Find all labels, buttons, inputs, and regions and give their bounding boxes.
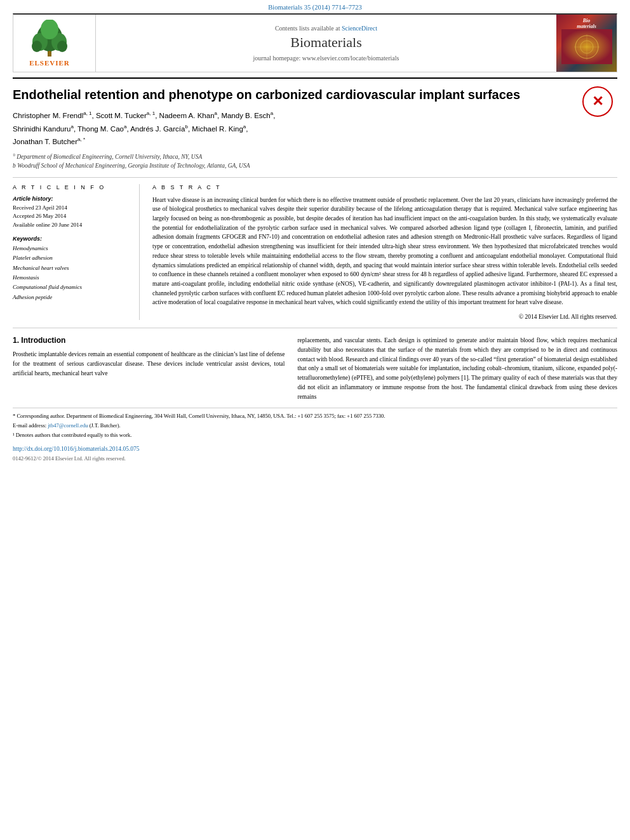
svg-rect-8: [48, 54, 51, 57]
journal-title: Biomaterials: [290, 34, 361, 51]
available-date: Available online 20 June 2014: [13, 221, 130, 230]
author-khan: Nadeem A. Khan: [159, 112, 215, 119]
affil-b: b Woodruff School of Mechanical Engineer…: [13, 161, 617, 170]
author-tucker: Scott M. Tucker: [96, 112, 147, 119]
journal-header: ELSEVIER Contents lists available at Sci…: [13, 13, 617, 72]
keyword-2: Platelet adhesion: [13, 253, 130, 263]
keyword-4: Hemostasis: [13, 273, 130, 283]
article-info-column: A R T I C L E I N F O Article history: R…: [13, 184, 140, 321]
article-info-abstract-section: A R T I C L E I N F O Article history: R…: [13, 184, 617, 329]
keywords-section: Keywords: Hemodynamics Platelet adhesion…: [13, 236, 130, 302]
article-title: Endothelial retention and phenotype on c…: [13, 86, 617, 103]
author-cao: Thong M. Cao: [77, 125, 124, 133]
crossmark-symbol: ✕: [592, 93, 603, 111]
cover-title-text: Biomaterials: [577, 18, 596, 29]
abstract-column: A B S T R A C T Heart valve disease is a…: [152, 184, 617, 321]
footnote-email: E-mail address: jtb47@cornell.edu (J.T. …: [13, 422, 617, 430]
author-garcia: Andrés J. García: [130, 125, 185, 133]
journal-reference-bar: Biomaterials 35 (2014) 7714–7723: [0, 0, 630, 13]
history-label: Article history:: [13, 196, 130, 202]
footnotes-section: * Corresponding author. Department of Bi…: [13, 408, 617, 439]
svg-point-6: [57, 41, 67, 52]
author-king: Michael R. King: [192, 125, 243, 133]
doi-link[interactable]: http://dx.doi.org/10.1016/j.biomaterials…: [13, 446, 140, 452]
elsevier-logo: ELSEVIER: [21, 20, 78, 67]
keyword-1: Hemodynamics: [13, 244, 130, 253]
keyword-3: Mechanical heart valves: [13, 263, 130, 273]
journal-homepage: journal homepage: www.elsevier.com/locat…: [253, 55, 399, 62]
article-info-header: A R T I C L E I N F O: [13, 184, 130, 190]
journal-ref-text: Biomaterials 35 (2014) 7714–7723: [268, 4, 361, 11]
crossmark-icon: ✕: [582, 86, 613, 117]
crossmark-badge[interactable]: ✕: [582, 86, 617, 121]
publisher-logo-area: ELSEVIER: [13, 15, 96, 72]
affiliations: ° Department of Biomedical Engineering, …: [13, 152, 617, 171]
science-direct-link[interactable]: ScienceDirect: [342, 25, 377, 32]
doi-section: http://dx.doi.org/10.1016/j.biomaterials…: [13, 444, 617, 463]
keyword-6: Adhesion peptide: [13, 293, 130, 302]
contents-line: Contents lists available at ScienceDirec…: [275, 25, 377, 32]
footnote-corresponding: * Corresponding author. Department of Bi…: [13, 412, 617, 420]
journal-cover-image: Biomaterials: [556, 15, 617, 72]
keyword-5: Computational fluid dynamics: [13, 283, 130, 292]
article-title-section: Endothelial retention and phenotype on c…: [13, 86, 617, 178]
introduction-section: 1. Introduction Prosthetic implantable d…: [13, 336, 617, 401]
email-link[interactable]: jtb47@cornell.edu: [48, 422, 88, 429]
elsevier-text: ELSEVIER: [29, 59, 70, 67]
header-divider: [13, 77, 617, 79]
footnote-equal-contrib: ¹ Denotes authors that contributed equal…: [13, 431, 617, 439]
intro-section-title: 1. Introduction: [13, 336, 285, 345]
abstract-header: A B S T R A C T: [152, 184, 617, 190]
copyright-line: © 2014 Elsevier Ltd. All rights reserved…: [152, 314, 617, 320]
cover-thumbnail: Biomaterials: [556, 15, 617, 72]
svg-point-4: [41, 20, 58, 39]
intro-right-text: replacements, and vascular stents. Each …: [297, 336, 617, 401]
cover-art: [561, 29, 612, 64]
keywords-list: Hemodynamics Platelet adhesion Mechanica…: [13, 244, 130, 302]
author-kanduru: Shrinidhi Kanduru: [13, 125, 70, 133]
intro-left-col: 1. Introduction Prosthetic implantable d…: [13, 336, 285, 401]
accepted-date: Accepted 26 May 2014: [13, 212, 130, 221]
affil-a: ° Department of Biomedical Engineering, …: [13, 152, 617, 161]
intro-right-col: replacements, and vascular stents. Each …: [297, 336, 617, 401]
issn-line: 0142-9612/© 2014 Elsevier Ltd. All right…: [13, 455, 126, 462]
author-esch: Mandy B. Esch: [221, 112, 270, 119]
authors-list: Christopher M. Frendla, 1, Scott M. Tuck…: [13, 109, 617, 149]
author-butcher: Jonathan T. Butcher: [13, 138, 77, 145]
intro-left-text: Prosthetic implantable devices remain an…: [13, 350, 285, 378]
journal-info-center: Contents lists available at ScienceDirec…: [96, 15, 556, 72]
abstract-text: Heart valve disease is an increasing cli…: [152, 196, 617, 308]
elsevier-tree-icon: [21, 20, 78, 58]
keywords-label: Keywords:: [13, 236, 130, 242]
received-date: Received 23 April 2014: [13, 204, 130, 213]
svg-point-5: [32, 41, 42, 52]
author-frendl: Christopher M. Frendl: [13, 112, 83, 119]
article-history: Article history: Received 23 April 2014 …: [13, 196, 130, 230]
